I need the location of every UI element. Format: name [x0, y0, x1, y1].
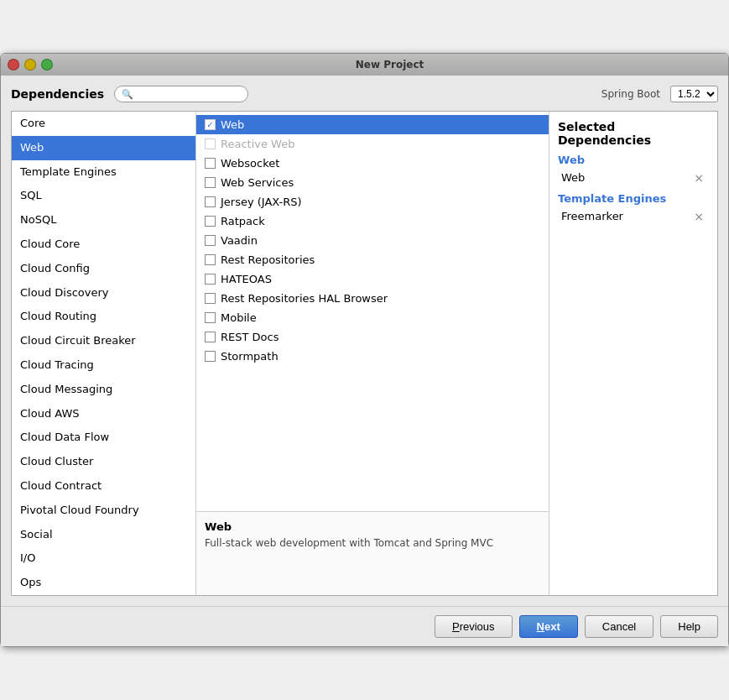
dependency-checkbox-rest-docs[interactable] [205, 332, 216, 342]
dependency-checkbox-mobile[interactable] [205, 312, 216, 323]
dependency-checkbox-jersey[interactable] [205, 196, 216, 207]
selected-group-title: Template Engines [558, 192, 709, 205]
springboot-version-select[interactable]: 1.5.2 1.5.1 1.4.5 2.0.0 [670, 86, 718, 102]
dependency-label-vaadin: Vaadin [221, 234, 258, 247]
help-button[interactable]: Help [660, 615, 718, 638]
titlebar: New Project [1, 54, 728, 76]
dependency-checkbox-vaadin[interactable] [205, 235, 216, 246]
dependency-label-web: Web [221, 118, 244, 131]
new-project-window: New Project Dependencies 🔍 Spring Boot 1… [0, 53, 729, 647]
search-box[interactable]: 🔍 [114, 86, 248, 102]
categories-panel: CoreWebTemplate EnginesSQLNoSQLCloud Cor… [12, 112, 196, 595]
dependency-label-rest-repositories-hal: Rest Repositories HAL Browser [221, 292, 388, 305]
category-item-pivotal-cloud-foundry[interactable]: Pivotal Cloud Foundry [12, 499, 195, 523]
dependency-label-hateoas: HATEOAS [221, 273, 272, 285]
selected-dep-item: Freemarker× [558, 208, 709, 224]
dependency-checkbox-rest-repositories[interactable] [205, 254, 216, 265]
footer: Previous Next Cancel Help [1, 606, 728, 646]
category-item-cloud-messaging[interactable]: Cloud Messaging [12, 378, 195, 402]
dependency-checkbox-ratpack[interactable] [205, 216, 216, 227]
dependencies-panel: ✓WebReactive WebWebsocketWeb ServicesJer… [196, 112, 549, 595]
dependencies-list: ✓WebReactive WebWebsocketWeb ServicesJer… [196, 112, 549, 511]
header-row: Dependencies 🔍 Spring Boot 1.5.2 1.5.1 1… [11, 86, 718, 102]
category-item-sql[interactable]: SQL [12, 184, 195, 208]
window-title: New Project [58, 59, 721, 71]
category-item-cloud-circuit-breaker[interactable]: Cloud Circuit Breaker [12, 329, 195, 353]
dependency-item-rest-docs[interactable]: REST Docs [196, 327, 549, 347]
dependency-item-web-services[interactable]: Web Services [196, 173, 549, 192]
dependency-checkbox-reactive-web[interactable] [205, 138, 216, 149]
next-button[interactable]: Next [519, 615, 578, 638]
dependency-item-websocket[interactable]: Websocket [196, 154, 549, 173]
dependency-label-ratpack: Ratpack [221, 215, 265, 227]
category-item-cloud-cluster[interactable]: Cloud Cluster [12, 450, 195, 474]
dependency-checkbox-hateoas[interactable] [205, 274, 216, 285]
cancel-button[interactable]: Cancel [585, 615, 653, 638]
dependency-label-web-services: Web Services [221, 176, 294, 189]
search-icon: 🔍 [122, 89, 133, 100]
dependency-checkbox-stormpath[interactable] [205, 351, 216, 362]
dependency-item-jersey[interactable]: Jersey (JAX-RS) [196, 192, 549, 212]
dependency-label-reactive-web: Reactive Web [221, 138, 294, 150]
category-item-template-engines[interactable]: Template Engines [12, 160, 195, 185]
dependency-item-hateoas[interactable]: HATEOAS [196, 269, 549, 289]
category-item-cloud-core[interactable]: Cloud Core [12, 232, 195, 257]
selected-group-title: Web [558, 154, 709, 166]
category-item-ops[interactable]: Ops [12, 571, 195, 595]
close-button[interactable] [8, 59, 19, 71]
dependency-label-mobile: Mobile [221, 311, 257, 324]
dependency-checkbox-web-services[interactable] [205, 177, 216, 188]
category-item-cloud-discovery[interactable]: Cloud Discovery [12, 281, 195, 306]
minimize-button[interactable] [24, 59, 36, 71]
dependency-label-rest-docs: REST Docs [221, 331, 279, 343]
previous-button[interactable]: Previous [435, 615, 513, 638]
next-underline: Next [537, 620, 560, 633]
dependency-checkbox-rest-repositories-hal[interactable] [205, 293, 216, 304]
dependency-checkbox-web[interactable]: ✓ [205, 119, 216, 130]
dependency-label-jersey: Jersey (JAX-RS) [221, 196, 302, 208]
dependency-item-vaadin[interactable]: Vaadin [196, 231, 549, 250]
dependency-label-stormpath: Stormpath [221, 350, 279, 363]
dependency-label-websocket: Websocket [221, 157, 279, 170]
dependency-item-rest-repositories[interactable]: Rest Repositories [196, 250, 549, 269]
springboot-label: Spring Boot [601, 88, 660, 100]
selected-dep-item: Web× [558, 170, 709, 185]
selected-dep-name: Web [561, 171, 692, 184]
dependency-item-rest-repositories-hal[interactable]: Rest Repositories HAL Browser [196, 289, 549, 308]
maximize-button[interactable] [41, 59, 53, 71]
remove-dep-button[interactable]: × [692, 211, 706, 222]
dep-description: Web Full-stack web development with Tomc… [196, 511, 549, 595]
category-item-cloud-data-flow[interactable]: Cloud Data Flow [12, 426, 195, 450]
remove-dep-button[interactable]: × [692, 172, 706, 184]
selected-panel-title: Selected Dependencies [558, 120, 709, 147]
dependencies-label: Dependencies [11, 87, 104, 101]
selected-dependencies-panel: Selected Dependencies WebWeb×Template En… [549, 112, 717, 595]
category-item-nosql[interactable]: NoSQL [12, 208, 195, 232]
category-item-cloud-contract[interactable]: Cloud Contract [12, 474, 195, 499]
previous-underline: Previous [452, 620, 495, 633]
category-item-social[interactable]: Social [12, 523, 195, 547]
category-item-cloud-routing[interactable]: Cloud Routing [12, 305, 195, 329]
search-input[interactable] [137, 88, 241, 100]
dependency-item-ratpack[interactable]: Ratpack [196, 212, 549, 231]
main-area: CoreWebTemplate EnginesSQLNoSQLCloud Cor… [11, 111, 718, 596]
category-item-cloud-config[interactable]: Cloud Config [12, 257, 195, 281]
dep-description-title: Web [205, 520, 540, 533]
dependency-item-reactive-web[interactable]: Reactive Web [196, 134, 549, 154]
dep-description-text: Full-stack web development with Tomcat a… [205, 536, 540, 551]
dependency-item-web[interactable]: ✓Web [196, 115, 549, 134]
main-content: Dependencies 🔍 Spring Boot 1.5.2 1.5.1 1… [1, 76, 728, 606]
dependency-item-mobile[interactable]: Mobile [196, 308, 549, 327]
dependency-item-stormpath[interactable]: Stormpath [196, 347, 549, 366]
category-item-web[interactable]: Web [12, 136, 195, 160]
category-item-cloud-tracing[interactable]: Cloud Tracing [12, 353, 195, 378]
dependency-label-rest-repositories: Rest Repositories [221, 253, 315, 266]
selected-dep-name: Freemarker [561, 210, 692, 222]
category-item-core[interactable]: Core [12, 112, 195, 136]
category-item-cloud-aws[interactable]: Cloud AWS [12, 402, 195, 426]
category-item-io[interactable]: I/O [12, 546, 195, 571]
dependency-checkbox-websocket[interactable] [205, 158, 216, 169]
